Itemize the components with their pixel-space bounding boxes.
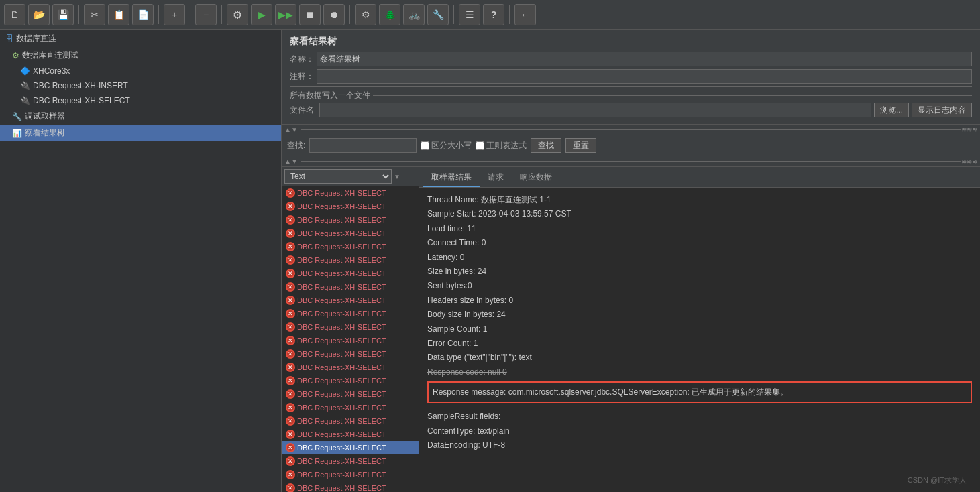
log-button[interactable]: 显示日志内容 (912, 103, 972, 117)
list-item[interactable]: ✕DBC Request-XH-SELECT (282, 294, 419, 307)
list-item[interactable]: ✕DBC Request-XH-SELECT (282, 334, 419, 347)
detail-row: Latency: 0 (427, 251, 972, 264)
separator-3 (190, 5, 190, 24)
sidebar-item-label: 调试取样器 (25, 111, 65, 122)
search-input[interactable] (309, 138, 417, 153)
list-item[interactable]: ✕DBC Request-XH-SELECT (282, 320, 419, 334)
tab-request[interactable]: 请求 (480, 169, 512, 187)
settings1-button[interactable]: ⚙ (227, 4, 248, 25)
list-item[interactable]: ✕DBC Request-XH-SELECT (282, 428, 419, 441)
sidebar-item-db-test[interactable]: ⚙ 数据库直连测试 (0, 47, 281, 64)
sidebar-item-label: DBC Request-XH-INSERT (33, 81, 128, 90)
detail-row: DataEncoding: UTF-8 (427, 438, 972, 452)
list-item[interactable]: ✕DBC Request-XH-SELECT (282, 267, 419, 280)
main-layout: 🗄 数据库直连 ⚙ 数据库直连测试 🔷 XHCore3x 🔌 DBC Reque… (0, 30, 980, 492)
copy-button[interactable]: 📋 (108, 4, 129, 25)
detail-row: Connect Time: 0 (427, 236, 972, 249)
list-item[interactable]: ✕DBC Request-XH-SELECT (282, 240, 419, 253)
cut-button[interactable]: ✂ (84, 4, 105, 25)
detail-row: SampleResult fields: (427, 410, 972, 423)
regex-label: 正则表达式 (486, 140, 527, 151)
xh-icon: 🔷 (20, 66, 30, 76)
case-check-group: 区分大小写 (421, 140, 472, 151)
regex-checkbox[interactable] (476, 141, 484, 150)
sidebar-item-label: DBC Request-XH-SELECT (33, 96, 130, 105)
item-label: DBC Request-XH-SELECT (297, 363, 386, 371)
case-label: 区分大小写 (431, 140, 472, 151)
list-item[interactable]: ✕DBC Request-XH-SELECT (282, 253, 419, 267)
list-item[interactable]: ✕DBC Request-XH-SELECT (282, 361, 419, 374)
sidebar-item-db-direct[interactable]: 🗄 数据库直连 (0, 30, 281, 47)
list-item[interactable]: ✕DBC Request-XH-SELECT (282, 213, 419, 227)
list-item[interactable]: ✕DBC Request-XH-SELECT (282, 227, 419, 240)
separator-7 (509, 5, 510, 24)
error-icon: ✕ (286, 416, 295, 426)
list-item[interactable]: ✕DBC Request-XH-SELECT (282, 481, 419, 492)
list-item[interactable]: ✕DBC Request-XH-SELECT (282, 280, 419, 294)
comment-input[interactable] (317, 69, 972, 84)
search-bar: 查找: 区分大小写 正则表达式 查找 重置 (282, 135, 980, 156)
divider-grip: ≋≋≋ (961, 126, 980, 133)
item-label: DBC Request-XH-SELECT (297, 229, 386, 237)
list-item[interactable]: ✕DBC Request-XH-SELECT (282, 414, 419, 428)
help-button[interactable]: ? (483, 4, 504, 25)
minus-button[interactable]: − (195, 4, 217, 25)
search-button[interactable]: 查找 (531, 138, 561, 153)
filename-input[interactable] (319, 103, 871, 117)
add-button[interactable]: + (164, 4, 185, 25)
gear-button[interactable]: ⚙ (355, 4, 376, 25)
stop2-button[interactable]: ⏺ (323, 4, 345, 25)
error-icon: ✕ (286, 296, 295, 305)
sidebar-item-dbc-select[interactable]: 🔌 DBC Request-XH-SELECT (0, 93, 281, 108)
toolbar: 🗋 📂 💾 ✂ 📋 📄 + − ⚙ ▶ ▶▶ ⏹ ⏺ ⚙ 🌲 🚲 🔧 ☰ ? ← (0, 0, 980, 30)
detail-row: Data type ("text"|"bin"|""): text (427, 351, 972, 364)
list-item[interactable]: ✕DBC Request-XH-SELECT (282, 468, 419, 481)
list-item[interactable]: ✕DBC Request-XH-SELECT (282, 347, 419, 361)
play-button[interactable]: ▶ (251, 4, 272, 25)
results-header: 察看结果树 名称： 注释： 所有数据写入一个文件 文件名 浏览... 显示日志内… (282, 30, 980, 125)
error-icon: ✕ (286, 215, 295, 225)
paste-button[interactable]: 📄 (132, 4, 154, 25)
stop-button[interactable]: ⏹ (299, 4, 321, 25)
tools-button[interactable]: 🔧 (427, 4, 449, 25)
sidebar-item-dbc-insert[interactable]: 🔌 DBC Request-XH-INSERT (0, 78, 281, 93)
back-button[interactable]: ← (514, 4, 536, 25)
error-icon: ✕ (286, 322, 295, 332)
new-button[interactable]: 🗋 (4, 4, 25, 25)
sidebar-item-results-tree[interactable]: 📊 察看结果树 (0, 125, 281, 141)
error-icon: ✕ (286, 443, 295, 452)
error-icon: ✕ (286, 363, 295, 372)
item-label: DBC Request-XH-SELECT (297, 390, 386, 398)
list-item[interactable]: ✕DBC Request-XH-SELECT (282, 401, 419, 414)
sidebar-item-xhcore3x[interactable]: 🔷 XHCore3x (0, 64, 281, 78)
case-checkbox[interactable] (421, 141, 429, 150)
reset-button[interactable]: 重置 (565, 138, 596, 153)
list-item[interactable]: ✕DBC Request-XH-SELECT (282, 186, 419, 200)
tree-button[interactable]: 🌲 (379, 4, 400, 25)
filter-dropdown[interactable]: Text (284, 169, 392, 184)
list-item[interactable]: ✕DBC Request-XH-SELECT (282, 441, 419, 454)
list-button[interactable]: ☰ (459, 4, 480, 25)
item-label: DBC Request-XH-SELECT (297, 256, 386, 264)
detail-row: Response code: null 0 (427, 365, 972, 379)
tab-response-data[interactable]: 响应数据 (512, 169, 560, 187)
list-item[interactable]: ✕DBC Request-XH-SELECT (282, 454, 419, 468)
save-button[interactable]: 💾 (52, 4, 74, 25)
list-item[interactable]: ✕DBC Request-XH-SELECT (282, 307, 419, 320)
open-button[interactable]: 📂 (28, 4, 50, 25)
sidebar-item-debug[interactable]: 🔧 调试取样器 (0, 108, 281, 125)
list-filter-bar: Text ▼ (282, 167, 419, 186)
list-item[interactable]: ✕DBC Request-XH-SELECT (282, 387, 419, 401)
browse-button[interactable]: 浏览... (874, 103, 909, 117)
detail-panel: 取样器结果 请求 响应数据 Thread Name: 数据库直连测试 1-1Sa… (419, 167, 980, 492)
play2-button[interactable]: ▶▶ (275, 4, 296, 25)
error-icon: ✕ (286, 403, 295, 412)
list-item[interactable]: ✕DBC Request-XH-SELECT (282, 374, 419, 387)
list-item[interactable]: ✕DBC Request-XH-SELECT (282, 200, 419, 213)
bike-button[interactable]: 🚲 (403, 4, 425, 25)
list-panel: Text ▼ ✕DBC Request-XH-SELECT✕DBC Reques… (282, 167, 419, 492)
filter-arrow-icon: ▼ (392, 173, 402, 180)
tab-sampler-result[interactable]: 取样器结果 (423, 169, 480, 187)
name-input[interactable] (317, 52, 972, 66)
detail-row: Sample Start: 2023-04-03 13:59:57 CST (427, 207, 972, 221)
